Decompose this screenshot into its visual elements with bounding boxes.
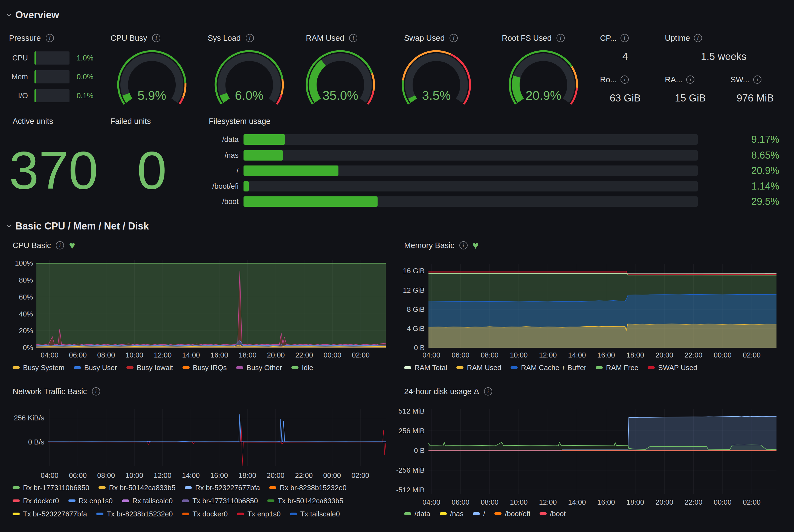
legend-item[interactable]: Rx docker0: [13, 497, 59, 505]
legend-item[interactable]: /boot/efi: [494, 510, 530, 518]
legend-swatch-icon: [183, 366, 190, 369]
section-header-overview[interactable]: Overview: [5, 9, 59, 21]
panel-title[interactable]: CP...: [600, 34, 617, 43]
legend-item[interactable]: /: [473, 510, 485, 518]
pressure-bar-io[interactable]: [35, 89, 70, 102]
legend-swatch-icon: [182, 499, 189, 502]
panel-header-stat: Ro...i: [600, 76, 629, 84]
legend-item[interactable]: Busy IRQs: [183, 363, 227, 372]
legend-item[interactable]: Tx br-8238b15232e0: [96, 510, 173, 518]
legend-swatch-icon: [596, 366, 603, 369]
filesystem-bar[interactable]: [244, 134, 698, 145]
filesystem-bar[interactable]: [244, 150, 698, 160]
panel-title[interactable]: RA...: [665, 75, 682, 84]
filesystem-percent: 9.17%: [695, 134, 779, 145]
legend-item[interactable]: /nas: [440, 510, 464, 518]
legend-item[interactable]: Rx br-523227677bfa: [185, 483, 260, 492]
info-icon[interactable]: i: [56, 241, 64, 249]
legend-item[interactable]: Busy User: [74, 363, 117, 372]
info-icon[interactable]: i: [621, 76, 629, 84]
section-header-basic[interactable]: Basic CPU / Mem / Net / Disk: [5, 221, 149, 232]
legend-item[interactable]: Tx br-50142ca833b5: [267, 497, 343, 505]
info-icon[interactable]: i: [621, 34, 629, 42]
legend-item[interactable]: Rx enp1s0: [69, 497, 113, 505]
legend-swatch-icon: [269, 486, 276, 489]
legend-item[interactable]: /boot: [540, 510, 566, 518]
legend-label: RAM Free: [606, 363, 638, 372]
pressure-bar-cpu[interactable]: [35, 52, 70, 64]
legend-item[interactable]: Rx tailscale0: [122, 497, 173, 505]
legend-item[interactable]: Busy Iowait: [127, 363, 173, 372]
legend-swatch-icon: [237, 513, 244, 515]
panel-title[interactable]: Sys Load: [208, 34, 241, 43]
chevron-down-icon: [5, 223, 13, 230]
info-icon[interactable]: i: [92, 387, 100, 396]
filesystem-bar[interactable]: [244, 181, 698, 191]
x-axis-tick-label: 18:00: [239, 351, 257, 359]
legend-item[interactable]: RAM Used: [456, 363, 501, 372]
info-icon[interactable]: i: [753, 76, 761, 84]
y-axis-tick-label: 0 B: [414, 344, 424, 352]
info-icon[interactable]: i: [152, 34, 160, 42]
info-icon[interactable]: i: [46, 34, 54, 42]
info-icon[interactable]: i: [694, 34, 702, 42]
pressure-bar-mem[interactable]: [35, 70, 70, 83]
panel-title[interactable]: CPU Busy: [111, 34, 147, 43]
info-icon[interactable]: i: [484, 387, 492, 396]
info-icon[interactable]: i: [459, 241, 468, 249]
legend-item[interactable]: Busy System: [13, 363, 64, 372]
info-icon[interactable]: i: [556, 34, 565, 42]
info-icon[interactable]: i: [686, 76, 694, 84]
panel-title[interactable]: Swap Used: [404, 34, 445, 43]
legend-item[interactable]: Rx br-8238b15232e0: [269, 483, 346, 492]
legend-item[interactable]: RAM Cache + Buffer: [511, 363, 586, 372]
panel-title-pressure[interactable]: Pressure: [9, 34, 41, 43]
legend-item[interactable]: Idle: [291, 363, 313, 372]
pressure-row-label: CPU: [8, 52, 28, 64]
legend-item[interactable]: Tx tailscale0: [290, 510, 340, 518]
x-axis-tick-label: 08:00: [97, 351, 115, 359]
panel-header-network-basic: Network Traffic Basic i: [13, 387, 100, 396]
panel-title-disk-usage[interactable]: 24-hour disk usage Δ: [404, 387, 479, 396]
panel-title-cpu-basic[interactable]: CPU Basic: [13, 241, 51, 250]
panel-title-filesystem[interactable]: Filesystem usage: [209, 117, 270, 126]
legend-item[interactable]: /data: [404, 510, 430, 518]
x-axis-tick-label: 06:00: [452, 498, 470, 506]
filesystem-bar[interactable]: [244, 166, 698, 176]
panel-title-network-basic[interactable]: Network Traffic Basic: [13, 387, 87, 396]
legend-item[interactable]: Rx br-50142ca833b5: [98, 483, 175, 492]
info-icon[interactable]: i: [246, 34, 254, 42]
x-axis-tick-label: 18:00: [626, 351, 644, 359]
panel-title[interactable]: RAM Used: [306, 34, 344, 43]
legend-item[interactable]: SWAP Used: [648, 363, 697, 372]
panel-title-memory-basic[interactable]: Memory Basic: [404, 241, 454, 250]
legend-item[interactable]: Rx br-1773110b6850: [13, 483, 89, 492]
y-axis-tick-label: 40%: [19, 310, 33, 318]
legend-label: /boot: [550, 510, 566, 518]
legend-item[interactable]: RAM Total: [404, 363, 447, 372]
legend-item[interactable]: Busy Other: [236, 363, 282, 372]
panel-title[interactable]: SW...: [731, 75, 750, 84]
panel-title-active-units[interactable]: Active units: [13, 117, 53, 126]
panel-title[interactable]: Root FS Used: [502, 34, 552, 43]
legend-swatch-icon: [96, 513, 103, 515]
filesystem-bar[interactable]: [244, 196, 698, 207]
legend-item[interactable]: RAM Free: [596, 363, 638, 372]
legend-item[interactable]: Tx br-523227677bfa: [13, 510, 87, 518]
panel-title[interactable]: Ro...: [600, 75, 617, 84]
legend-item[interactable]: Tx br-1773110b6850: [182, 497, 258, 505]
legend-swatch-icon: [236, 366, 243, 369]
x-axis-tick-label: 00:00: [323, 471, 341, 479]
info-icon[interactable]: i: [450, 34, 458, 42]
legend-label: Rx br-50142ca833b5: [109, 483, 175, 492]
panel-header-failed-units: Failed units: [110, 117, 151, 125]
filesystem-label: /: [164, 166, 239, 176]
info-icon[interactable]: i: [349, 34, 357, 42]
panel-header-stat: SW...i: [731, 76, 761, 84]
legend-item[interactable]: Tx enp1s0: [237, 510, 280, 518]
legend-swatch-icon: [122, 499, 129, 502]
filesystem-percent: 20.9%: [695, 166, 779, 176]
legend-item[interactable]: Tx docker0: [182, 510, 228, 518]
panel-title[interactable]: Uptime: [665, 34, 690, 43]
panel-title-failed-units[interactable]: Failed units: [110, 117, 151, 126]
